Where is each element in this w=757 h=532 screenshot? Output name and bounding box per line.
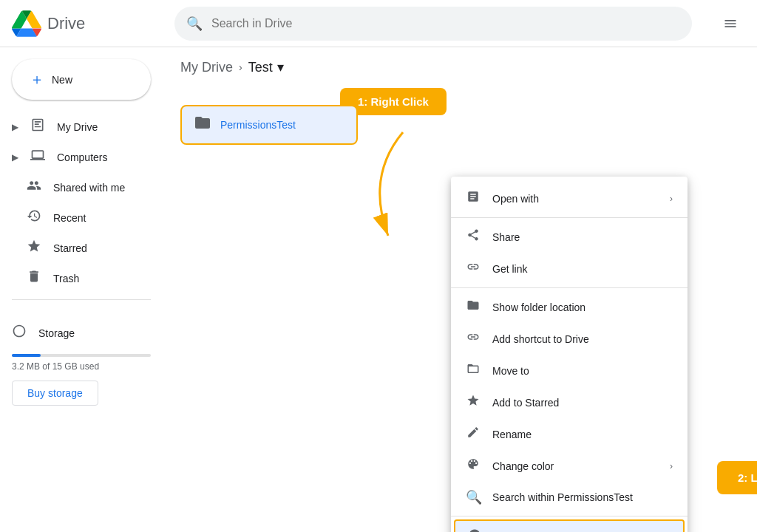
search-bar[interactable]: 🔍 xyxy=(174,7,692,41)
folder-name: PermissionsTest xyxy=(220,119,296,131)
settings-icon-button[interactable] xyxy=(716,9,745,38)
sidebar-item-computers-label: Computers xyxy=(57,151,107,163)
storage-label: Storage xyxy=(38,327,75,339)
shared-icon xyxy=(27,178,41,197)
menu-divider-2 xyxy=(451,287,688,288)
menu-label-search-within: Search within PermissionsTest xyxy=(492,491,633,503)
sidebar-item-starred-label: Starred xyxy=(53,242,87,254)
sidebar-item-shared-label: Shared with me xyxy=(53,182,125,194)
trash-icon xyxy=(27,269,41,287)
menu-item-share[interactable]: Share xyxy=(451,221,688,253)
sidebar-item-computers[interactable]: ▶ Computers xyxy=(0,142,151,172)
breadcrumb-parent[interactable]: My Drive xyxy=(180,60,233,75)
menu-item-change-color[interactable]: Change color › xyxy=(451,450,688,482)
storage-section: Storage 3.2 MB of 15 GB used Buy storage xyxy=(0,312,163,412)
context-menu: Open with › Share Get link xyxy=(451,177,688,532)
breadcrumb-separator: › xyxy=(239,61,242,73)
logo-area: Drive xyxy=(12,9,174,38)
sidebar: ＋ New ▶ My Drive ▶ Computers Shared with… xyxy=(0,47,163,532)
get-link-icon xyxy=(466,260,481,277)
plus-icon: ＋ xyxy=(30,69,44,89)
menu-label-add-starred: Add to Starred xyxy=(492,397,559,409)
main-content: My Drive › Test ▾ 1: Right Click Permiss… xyxy=(163,47,757,532)
storage-nav-item: Storage xyxy=(12,318,151,348)
menu-item-move-to[interactable]: Move to xyxy=(451,355,688,386)
open-with-icon xyxy=(466,190,481,207)
search-icon: 🔍 xyxy=(186,16,203,32)
menu-label-get-link: Get link xyxy=(492,263,527,275)
menu-label-move-to: Move to xyxy=(492,365,529,377)
sidebar-item-starred[interactable]: Starred xyxy=(0,233,151,263)
menu-arrow-change-color: › xyxy=(670,461,673,471)
rename-icon xyxy=(466,426,481,443)
sidebar-item-trash-label: Trash xyxy=(53,273,79,284)
menu-item-search-within[interactable]: 🔍 Search within PermissionsTest xyxy=(451,482,688,513)
storage-used-text: 3.2 MB of 15 GB used xyxy=(12,361,151,372)
step-2-bubble: 2: Left Click xyxy=(717,461,757,494)
sidebar-item-my-drive-label: My Drive xyxy=(57,121,98,133)
sidebar-item-shared-with-me[interactable]: Shared with me xyxy=(0,172,151,202)
sidebar-item-my-drive[interactable]: ▶ My Drive xyxy=(0,112,151,142)
logo-text: Drive xyxy=(47,14,85,33)
breadcrumb: My Drive › Test ▾ xyxy=(180,59,739,75)
menu-divider-3 xyxy=(451,516,688,516)
sidebar-item-recent[interactable]: Recent xyxy=(0,202,151,233)
recent-icon xyxy=(27,208,41,227)
menu-label-open-with: Open with xyxy=(492,193,539,205)
folder-item-permissions-test[interactable]: PermissionsTest xyxy=(180,105,358,145)
menu-item-get-link[interactable]: Get link xyxy=(451,253,688,284)
show-folder-location-icon xyxy=(466,299,481,316)
breadcrumb-current[interactable]: Test ▾ xyxy=(248,59,284,75)
menu-label-share: Share xyxy=(492,231,520,243)
storage-bar-fill xyxy=(12,354,41,357)
menu-label-add-shortcut: Add shortcut to Drive xyxy=(492,333,589,345)
my-drive-icon xyxy=(30,117,45,136)
view-details-icon xyxy=(467,528,482,532)
menu-item-add-starred[interactable]: Add to Starred xyxy=(451,386,688,418)
menu-label-change-color: Change color xyxy=(492,460,554,472)
breadcrumb-dropdown-icon: ▾ xyxy=(277,59,284,75)
change-color-icon xyxy=(466,457,481,474)
header-right xyxy=(716,9,745,38)
storage-bar-background xyxy=(12,354,151,357)
new-button[interactable]: ＋ New xyxy=(12,59,151,100)
menu-divider-1 xyxy=(451,217,688,218)
search-input[interactable] xyxy=(211,17,680,30)
sidebar-divider xyxy=(12,299,151,300)
menu-arrow-open-with: › xyxy=(670,194,673,204)
expand-arrow-icon: ▶ xyxy=(12,122,18,132)
menu-label-rename: Rename xyxy=(492,429,532,440)
menu-item-view-details[interactable]: View details xyxy=(454,519,685,532)
add-shortcut-icon xyxy=(466,330,481,347)
menu-label-show-folder-location: Show folder location xyxy=(492,301,585,313)
new-button-label: New xyxy=(52,74,72,86)
main-layout: ＋ New ▶ My Drive ▶ Computers Shared with… xyxy=(0,47,757,532)
menu-item-add-shortcut[interactable]: Add shortcut to Drive xyxy=(451,323,688,355)
buy-storage-button[interactable]: Buy storage xyxy=(12,381,98,406)
drive-logo-icon xyxy=(12,9,41,38)
menu-item-rename[interactable]: Rename xyxy=(451,418,688,450)
sidebar-item-trash[interactable]: Trash xyxy=(0,263,151,293)
computers-icon xyxy=(30,148,45,166)
menu-item-open-with[interactable]: Open with › xyxy=(451,183,688,214)
sidebar-item-recent-label: Recent xyxy=(53,212,86,224)
storage-icon xyxy=(12,324,27,342)
search-within-icon: 🔍 xyxy=(466,489,481,505)
move-to-icon xyxy=(466,362,481,379)
header: Drive 🔍 xyxy=(0,0,757,47)
starred-icon xyxy=(27,239,41,257)
expand-arrow-computers-icon: ▶ xyxy=(12,152,18,163)
menu-item-show-folder-location[interactable]: Show folder location xyxy=(451,291,688,323)
share-icon xyxy=(466,228,481,245)
add-starred-icon xyxy=(466,394,481,411)
folder-icon xyxy=(194,114,211,136)
